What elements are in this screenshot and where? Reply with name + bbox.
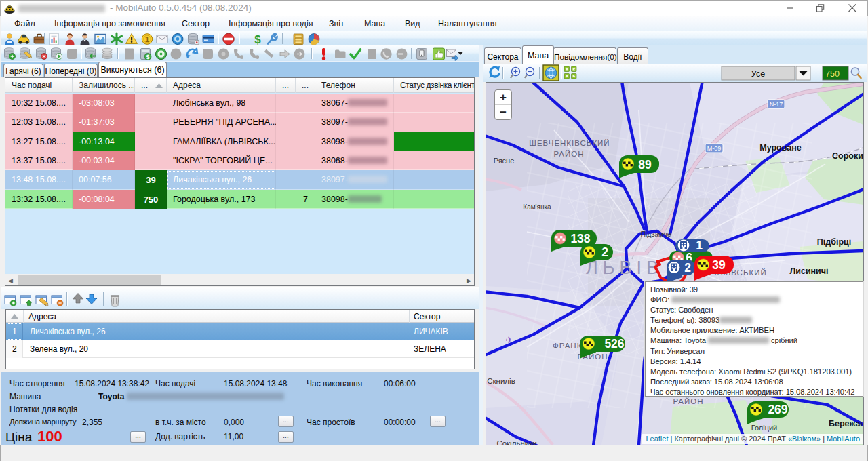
svg-text:Підбірці: Підбірці [817, 237, 851, 247]
svg-text:Усе: Усе [751, 69, 765, 79]
svg-text:Голіций: Голіций [751, 424, 778, 432]
svg-text:Кам'янка: Кам'янка [523, 203, 551, 211]
svg-text:ЛЬВІВ: ЛЬВІВ [586, 258, 663, 278]
svg-text:Скнилів: Скнилів [487, 377, 515, 385]
svg-text:1: 1 [696, 239, 703, 252]
svg-text:2: 2 [601, 245, 608, 259]
svg-text:1: 1 [145, 35, 149, 43]
svg-text:Лисиничі: Лисиничі [789, 266, 828, 276]
svg-text:N-17: N-17 [770, 101, 783, 108]
svg-text:2: 2 [684, 261, 691, 275]
svg-text:39: 39 [712, 258, 726, 272]
svg-text:Бережан: Бережан [829, 419, 863, 428]
svg-text:269: 269 [768, 403, 787, 416]
svg-text:ШЕВЧЕНКІВСЬКИЙ: ШЕВЧЕНКІВСЬКИЙ [529, 139, 610, 147]
svg-text:M-09: M-09 [707, 145, 722, 152]
svg-text:Рясне: Рясне [494, 157, 515, 165]
svg-text:Сороки: Сороки [832, 151, 863, 161]
svg-text:Підзамче: Підзамче [640, 230, 671, 238]
svg-text:$: $ [254, 33, 261, 46]
svg-text:$: $ [146, 54, 149, 60]
svg-text:750: 750 [825, 69, 840, 79]
svg-text:РАЙОН: РАЙОН [553, 150, 584, 158]
svg-text:89: 89 [638, 158, 652, 172]
svg-text:526: 526 [604, 337, 624, 350]
svg-text:Сокільники: Сокільники [496, 439, 536, 445]
svg-text:Муроване: Муроване [760, 143, 801, 153]
svg-text:✈: ✈ [506, 335, 513, 345]
svg-text:138: 138 [570, 232, 590, 245]
svg-text:РАЙОН: РАЙОН [673, 397, 703, 405]
